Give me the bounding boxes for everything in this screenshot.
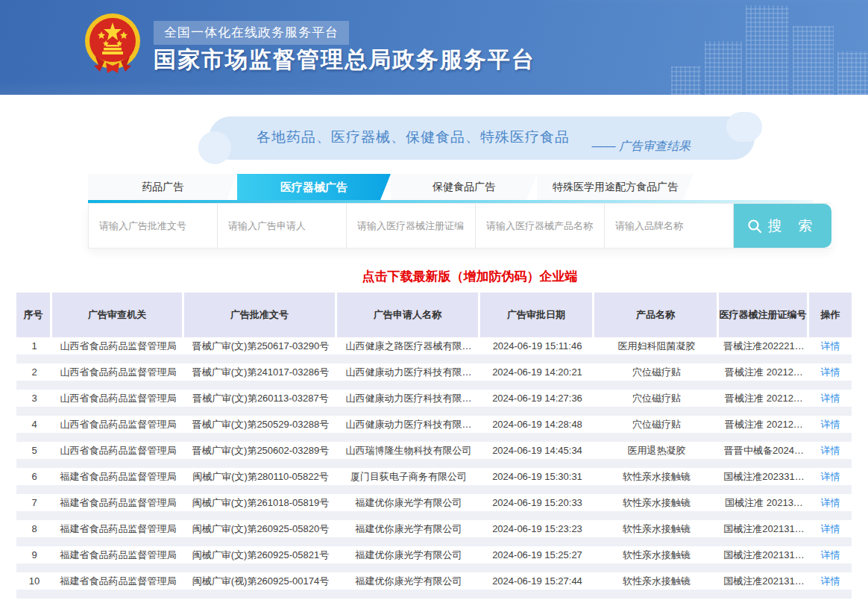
cell-registration-number: 晋械注准 20212… — [719, 392, 809, 405]
cell-registration-number: 晋晋中械备2024… — [719, 444, 809, 457]
cell-approval-date: 2024-06-19 15:25:27 — [480, 549, 594, 560]
table-row: 10 福建省食品药品监督管理局 闽械广审(视)第260925-00174号 福建… — [16, 572, 852, 599]
cell-approval-number: 闽械广审(文)第260925-05820号 — [184, 522, 337, 536]
cell-approval-date: 2024-06-19 15:30:31 — [480, 471, 594, 482]
download-link-row: 点击下载最新版（增加防伪码）企业端 — [0, 268, 868, 284]
cell-applicant: 厦门目荻电子商务有限公司 — [337, 470, 480, 484]
category-tabs: 药品广告 医疗器械广告 保健食品广告 特殊医学用途配方食品广告 — [88, 174, 868, 200]
table-header-row: 序号 广告审查机关 广告批准文号 广告申请人名称 广告审批日期 产品名称 医疗器… — [16, 293, 852, 337]
cell-applicant: 福建优你康光学有限公司 — [337, 575, 480, 588]
cell-approval-number: 闽械广审(文)第280110-05822号 — [184, 470, 337, 484]
cell-product-name: 软性亲水接触镜 — [594, 522, 719, 536]
cell-applicant: 山西健康动力医疗科技有限… — [337, 392, 480, 405]
cell-agency: 福建省食品药品监督管理局 — [52, 575, 184, 588]
column-header-index: 序号 — [16, 293, 52, 337]
cell-index: 2 — [16, 366, 52, 378]
device-product-name-input[interactable] — [476, 204, 605, 248]
cell-approval-date: 2024-06-19 14:28:48 — [480, 419, 594, 430]
banner-categories-text: 各地药品、医疗器械、保健食品、特殊医疗食品 — [257, 128, 570, 147]
cell-index: 4 — [16, 419, 52, 430]
cell-index: 5 — [16, 445, 52, 456]
column-header-product-name: 产品名称 — [594, 293, 719, 337]
table-row: 3 山西省食品药品监督管理局 晋械广审(文)第260113-03287号 山西健… — [16, 390, 852, 416]
cell-registration-number: 国械注准202331… — [719, 470, 809, 484]
cell-registration-number: 国械注准202131… — [719, 575, 809, 588]
page: 全国一体化在线政务服务平台 国家市场监督管理总局政务服务平台 各地药品、医疗器械… — [0, 0, 868, 606]
device-registration-input[interactable] — [347, 204, 476, 248]
cell-product-name: 穴位磁疗贴 — [594, 366, 719, 379]
detail-link[interactable]: 详情 — [809, 392, 852, 405]
brand-name-input[interactable] — [605, 204, 734, 248]
table-row: 4 山西省食品药品监督管理局 晋械广审(文)第250529-03288号 山西健… — [16, 416, 852, 442]
cell-product-name: 软性亲水接触镜 — [594, 549, 719, 562]
tab-medical-device-ads[interactable]: 医疗器械广告 — [237, 174, 391, 200]
cell-product-name: 软性亲水接触镜 — [594, 496, 719, 510]
cell-agency: 山西省食品药品监督管理局 — [52, 392, 184, 405]
cell-registration-number: 国械注准 20213… — [719, 496, 809, 510]
cell-index: 9 — [16, 549, 52, 560]
search-bar: 搜 索 — [88, 203, 831, 249]
cell-product-name: 软性亲水接触镜 — [594, 575, 719, 588]
detail-link[interactable]: 详情 — [809, 549, 852, 562]
cell-agency: 福建省食品药品监督管理局 — [52, 549, 184, 562]
cell-approval-number: 晋械广审(文)第250602-03289号 — [184, 444, 337, 457]
detail-link[interactable]: 详情 — [809, 575, 852, 588]
cell-approval-number: 闽械广审(文)第260925-05821号 — [184, 549, 337, 562]
cell-product-name: 穴位磁疗贴 — [594, 418, 719, 431]
cell-approval-number: 闽械广审(文)第261018-05819号 — [184, 496, 337, 510]
column-header-applicant: 广告申请人名称 — [337, 293, 480, 337]
cell-approval-number: 晋械广审(文)第241017-03286号 — [184, 366, 337, 379]
skyline-decoration — [705, 41, 742, 95]
cell-registration-number: 晋械注准202221… — [719, 340, 809, 353]
cell-applicant: 福建优你康光学有限公司 — [337, 549, 480, 562]
skyline-decoration — [793, 26, 834, 95]
search-button[interactable]: 搜 索 — [734, 204, 831, 248]
table-row: 9 福建省食品药品监督管理局 闽械广审(文)第260925-05821号 福建优… — [16, 546, 852, 572]
column-header-registration-number: 医疗器械注册证编号 — [719, 293, 809, 337]
table-row: 8 福建省食品药品监督管理局 闽械广审(文)第260925-05820号 福建优… — [16, 520, 852, 546]
cell-product-name: 软性亲水接触镜 — [594, 470, 719, 484]
column-header-action: 操作 — [809, 293, 852, 337]
cell-approval-date: 2024-06-19 15:27:44 — [480, 575, 594, 587]
skyline-decoration — [837, 51, 868, 95]
table-body: 1 山西省食品药品监督管理局 晋械广审(文)第250617-03290号 山西健… — [16, 337, 852, 599]
cell-approval-date: 2024-06-19 14:20:21 — [480, 366, 594, 378]
cell-approval-number: 晋械广审(文)第260113-03287号 — [184, 392, 337, 405]
detail-link[interactable]: 详情 — [809, 418, 852, 431]
advertisement-table: 序号 广告审查机关 广告批准文号 广告申请人名称 广告审批日期 产品名称 医疗器… — [16, 293, 852, 599]
category-banner: 各地药品、医疗器械、保健食品、特殊医疗食品 —— 广告审查结果 — [209, 116, 755, 160]
cell-agency: 山西省食品药品监督管理局 — [52, 340, 184, 353]
approval-number-input[interactable] — [89, 204, 218, 248]
cell-approval-date: 2024-06-19 14:27:36 — [480, 393, 594, 404]
cell-index: 10 — [16, 575, 52, 587]
cell-agency: 福建省食品药品监督管理局 — [52, 522, 184, 536]
column-header-agency: 广告审查机关 — [52, 293, 184, 337]
cell-registration-number: 晋械注准 20212… — [719, 418, 809, 431]
cell-product-name: 医用妇科阻菌凝胶 — [594, 340, 719, 353]
applicant-input[interactable] — [218, 204, 347, 248]
national-emblem-logo — [84, 12, 142, 75]
detail-link[interactable]: 详情 — [809, 470, 852, 484]
skyline-decoration — [671, 66, 701, 95]
cell-applicant: 山西健康动力医疗科技有限… — [337, 366, 480, 379]
tab-drug-ads[interactable]: 药品广告 — [88, 174, 237, 200]
detail-link[interactable]: 详情 — [809, 444, 852, 457]
cell-approval-date: 2024-06-19 15:23:23 — [480, 523, 594, 534]
table-row: 1 山西省食品药品监督管理局 晋械广审(文)第250617-03290号 山西健… — [16, 337, 852, 363]
cell-applicant: 山西健康之路医疗器械有限… — [337, 340, 480, 353]
tab-health-food-ads[interactable]: 保健食品广告 — [391, 174, 537, 200]
cell-product-name: 穴位磁疗贴 — [594, 392, 719, 405]
cell-index: 7 — [16, 497, 52, 508]
detail-link[interactable]: 详情 — [809, 340, 852, 353]
site-header: 全国一体化在线政务服务平台 国家市场监督管理总局政务服务平台 — [0, 0, 868, 95]
cell-agency: 山西省食品药品监督管理局 — [52, 366, 184, 379]
download-enterprise-client-link[interactable]: 点击下载最新版（增加防伪码）企业端 — [362, 268, 578, 285]
detail-link[interactable]: 详情 — [809, 496, 852, 510]
cell-index: 8 — [16, 523, 52, 534]
column-header-approval-number: 广告批准文号 — [184, 293, 337, 337]
cell-applicant: 福建优你康光学有限公司 — [337, 496, 480, 510]
tab-special-medical-food-ads[interactable]: 特殊医学用途配方食品广告 — [537, 174, 694, 200]
detail-link[interactable]: 详情 — [809, 366, 852, 379]
detail-link[interactable]: 详情 — [809, 522, 852, 536]
cell-applicant: 山西健康动力医疗科技有限… — [337, 418, 480, 431]
